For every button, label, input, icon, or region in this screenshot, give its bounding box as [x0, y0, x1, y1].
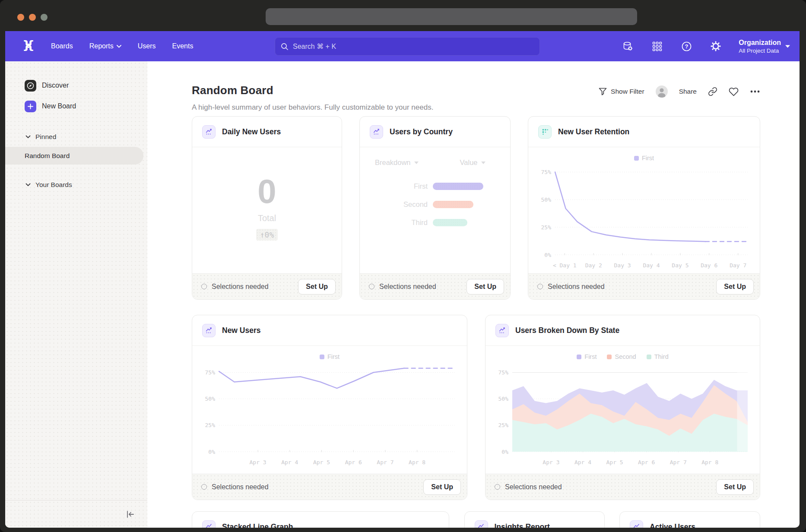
card-title: Daily New Users [222, 127, 281, 136]
retention-grid-icon [538, 125, 552, 139]
nav-item-users[interactable]: Users [138, 42, 156, 50]
sidebar-section-your-boards[interactable]: Your Boards [5, 177, 147, 192]
show-filter-button[interactable]: Show Filter [599, 88, 644, 95]
svg-text:75%: 75% [498, 369, 509, 376]
org-project: All Project Data [739, 47, 781, 54]
collapse-sidebar-icon[interactable] [126, 510, 135, 519]
svg-text:75%: 75% [205, 369, 216, 376]
card-title: New Users [222, 326, 261, 335]
svg-text:Apr 6: Apr 6 [638, 459, 655, 466]
card-title: Stacked Line Graph [222, 522, 293, 528]
mixpanel-logo-icon[interactable]: } { [22, 41, 35, 52]
window-controls [17, 14, 48, 21]
svg-text:Apr 8: Apr 8 [701, 459, 718, 466]
svg-text:Apr 3: Apr 3 [543, 459, 559, 466]
chart-legend: First [192, 346, 467, 361]
window-zoom-button[interactable] [41, 14, 48, 21]
legend-swatch [320, 355, 324, 359]
svg-text:Apr 3: Apr 3 [250, 459, 267, 466]
svg-text:0%: 0% [208, 449, 215, 455]
filter-funnel-icon [599, 88, 607, 95]
svg-text:Apr 7: Apr 7 [670, 459, 687, 466]
sidebar: Discover New Board Pinned Random Board [5, 61, 147, 528]
svg-text:Apr 7: Apr 7 [377, 459, 393, 466]
nav-item-events[interactable]: Events [172, 42, 194, 50]
sidebar-item-random-board[interactable]: Random Board [5, 147, 143, 165]
avatar[interactable] [656, 86, 668, 98]
svg-text:Day 3: Day 3 [614, 262, 631, 269]
svg-text:Day 5: Day 5 [672, 262, 689, 269]
more-options-icon[interactable] [750, 90, 760, 93]
search-input[interactable] [293, 43, 534, 51]
card-users-by-country: Users by Country Breakdown Value [359, 116, 511, 300]
address-bar[interactable] [266, 8, 637, 25]
line-chart-icon [202, 125, 216, 139]
country-row: Second [360, 195, 510, 213]
status-circle-icon [201, 284, 207, 289]
page-title: Random Board [192, 84, 433, 97]
card-stacked-line-graph: Stacked Line Graph [192, 511, 449, 528]
top-navbar: } { Boards Reports Users Events [5, 31, 800, 61]
svg-text:?: ? [685, 43, 688, 50]
status-circle-icon [537, 284, 543, 289]
nav-right: ? [618, 31, 800, 61]
chevron-down-icon [481, 162, 486, 164]
main-content: Random Board A high-level summary of use… [147, 61, 800, 528]
line-chart-icon [202, 324, 216, 337]
svg-text:Apr 4: Apr 4 [574, 459, 591, 466]
nav-menu: Boards Reports Users Events [51, 42, 193, 50]
legend-swatch [607, 355, 612, 359]
person-icon [656, 86, 668, 98]
card-title: Users by Country [390, 127, 453, 136]
status-text: Selections needed [379, 283, 436, 291]
breakdown-dropdown[interactable]: Breakdown [375, 158, 419, 167]
line-chart-icon [495, 324, 509, 337]
sidebar-section-pinned[interactable]: Pinned [5, 130, 147, 144]
nav-item-boards[interactable]: Boards [51, 42, 73, 50]
window-close-button[interactable] [17, 14, 24, 21]
svg-text:25%: 25% [205, 422, 216, 428]
nav-item-reports[interactable]: Reports [89, 42, 121, 50]
apps-grid-icon[interactable] [647, 36, 667, 56]
chevron-down-icon [117, 45, 121, 48]
value-dropdown[interactable]: Value [460, 158, 486, 167]
set-up-button[interactable]: Set Up [298, 279, 336, 294]
status-circle-icon [495, 484, 500, 490]
copy-link-icon[interactable] [708, 87, 717, 96]
card-daily-new-users: Daily New Users 0 Total ↑0% Selections n… [192, 116, 342, 300]
set-up-button[interactable]: Set Up [716, 279, 754, 294]
set-up-button[interactable]: Set Up [466, 279, 504, 294]
chart-legend: First Second Third [486, 346, 760, 361]
share-button[interactable]: Share [679, 88, 697, 95]
board-header: Random Board A high-level summary of use… [192, 84, 760, 112]
chevron-down-icon [25, 135, 31, 139]
svg-text:0%: 0% [544, 252, 551, 258]
favorite-heart-icon[interactable] [729, 87, 739, 96]
card-title: New User Retention [558, 127, 629, 136]
svg-text:Apr 4: Apr 4 [281, 459, 298, 466]
global-search[interactable] [275, 37, 540, 56]
status-text: Selections needed [212, 283, 269, 291]
set-up-button[interactable]: Set Up [423, 479, 461, 495]
sidebar-item-new-board[interactable]: New Board [5, 96, 147, 117]
bar-third [433, 219, 467, 226]
data-management-icon[interactable] [618, 36, 638, 56]
status-circle-icon [369, 284, 374, 289]
status-text: Selections needed [548, 283, 605, 291]
settings-gear-icon[interactable] [706, 36, 726, 56]
svg-text:Day 7: Day 7 [730, 262, 746, 269]
retention-line-chart: 75%50%25%0%< Day 1Day 2Day 3Day 4Day 5Da… [535, 162, 754, 271]
chevron-down-icon [785, 45, 790, 48]
line-chart-icon [475, 520, 488, 528]
window-titlebar [0, 0, 806, 31]
org-switcher[interactable]: Organization All Project Data [739, 38, 790, 54]
status-circle-icon [201, 484, 207, 490]
chevron-down-icon [414, 162, 419, 164]
window-minimize-button[interactable] [29, 14, 36, 21]
card-title: Active Users [650, 522, 695, 528]
sidebar-item-label: Discover [42, 82, 69, 89]
help-icon[interactable]: ? [676, 36, 696, 56]
set-up-button[interactable]: Set Up [716, 479, 754, 495]
sidebar-item-discover[interactable]: Discover [5, 75, 147, 96]
chevron-down-icon [25, 183, 31, 187]
